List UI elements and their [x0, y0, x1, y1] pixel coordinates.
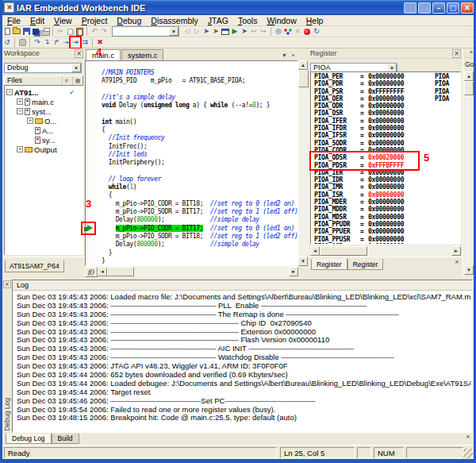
register-row-pioa_ppuer[interactable]: PIOA_PPUER=0x00000000: [314, 228, 460, 235]
menu-file[interactable]: File: [2, 16, 25, 25]
register-row-pioa_ier[interactable]: PIOA_IER=0x00000000: [314, 169, 460, 176]
register-row-pioa_per[interactable]: PIOA_PER=0x00000000PIOA: [314, 73, 460, 80]
register-tab-1[interactable]: Register: [311, 259, 347, 270]
scroll-down-icon[interactable]: ▼: [464, 265, 474, 275]
function-list-button[interactable]: f(): [85, 267, 98, 277]
register-row-pioa_ifdr[interactable]: PIOA_IFDR=0x00000000: [314, 125, 460, 132]
next-bookmark-button[interactable]: ➤: [211, 26, 221, 37]
step-out-button[interactable]: ↱: [52, 37, 61, 48]
break-all-button[interactable]: ×: [293, 26, 302, 37]
close-icon[interactable]: ×: [289, 52, 298, 60]
tab-system-c[interactable]: system.c: [121, 49, 163, 60]
make-button[interactable]: ▶: [230, 26, 240, 37]
scroll-up-icon[interactable]: ▲: [298, 60, 308, 70]
scrollbar-track[interactable]: [464, 95, 474, 265]
restart-debugger-button[interactable]: ↻: [312, 26, 321, 37]
files-header[interactable]: Files ≢ ▦: [4, 75, 83, 86]
chevron-down-icon[interactable]: ▼: [71, 64, 81, 72]
toggle-breakpoint-button[interactable]: [302, 26, 312, 37]
tree-item-output[interactable]: +Output: [5, 145, 83, 154]
tree-item-o[interactable]: +O...: [5, 116, 83, 125]
register-row-pioa_asr[interactable]: PIOA_ASR=0x00000000: [314, 243, 460, 245]
collapse-icon[interactable]: −: [17, 108, 23, 114]
editor-horizontal-scrollbar[interactable]: f() ◄ ►: [85, 266, 298, 277]
configuration-combo[interactable]: Debug ▼: [4, 63, 82, 73]
close-icon[interactable]: ×: [470, 49, 473, 55]
undo-button[interactable]: ↶: [90, 26, 99, 37]
find-in-files-button[interactable]: ◎: [274, 26, 283, 37]
close-icon[interactable]: ×: [453, 259, 461, 267]
menu-debug[interactable]: Debug: [112, 16, 146, 25]
extra-window-button-2[interactable]: [418, 2, 431, 14]
find-previous-button[interactable]: ◁: [182, 26, 192, 37]
register-row-pioa_pdsr[interactable]: PIOA_PDSR=0xFFFBFFFF: [314, 162, 460, 169]
register-close-icon[interactable]: ×: [452, 49, 461, 58]
menu-tools[interactable]: Tools: [233, 16, 263, 25]
chevron-down-icon[interactable]: ▼: [387, 64, 397, 72]
editor-vertical-scrollbar[interactable]: ▲ ▼: [298, 60, 309, 266]
close-icon[interactable]: ×: [464, 434, 472, 442]
title-bar[interactable]: ✕ IAR Embedded Workbench IDE – □ ×: [0, 0, 476, 15]
tab-main-c[interactable]: main.c: [86, 49, 121, 60]
register-row-pioa_oer[interactable]: PIOA_OER=0x00000000PIOA: [314, 95, 460, 102]
paste-button[interactable]: [75, 26, 84, 37]
workspace-close-icon[interactable]: ×: [75, 49, 83, 58]
compile-button[interactable]: ➤: [240, 26, 249, 37]
minimize-button[interactable]: –: [432, 2, 445, 14]
register-row-pioa_sodr[interactable]: PIOA_SODR=0x00000000: [314, 140, 460, 147]
save-button[interactable]: [21, 26, 31, 37]
register-row-pioa_pdr[interactable]: PIOA_PDR=0x00000000PIOA: [314, 80, 460, 87]
menu-window[interactable]: Window: [262, 16, 301, 25]
register-row-pioa_imr[interactable]: PIOA_IMR=0x00000000: [314, 183, 460, 191]
reset-button[interactable]: ↺: [2, 37, 12, 48]
register-row-pioa_ifer[interactable]: PIOA_IFER=0x00000000: [314, 118, 460, 125]
find-combo[interactable]: ▼: [112, 26, 179, 37]
tab-debug-log[interactable]: Debug Log: [6, 434, 52, 444]
print-button[interactable]: [40, 26, 50, 37]
next-statement-button[interactable]: ⇢: [61, 37, 71, 48]
new-window-button[interactable]: [221, 26, 230, 37]
scrollbar-track[interactable]: [298, 87, 309, 257]
save-all-button[interactable]: [31, 26, 40, 37]
register-row-pioa_mddr[interactable]: PIOA_MDDR=0x00000000: [314, 206, 460, 213]
register-row-pioa_mder[interactable]: PIOA_MDER=0x00000000: [314, 199, 460, 206]
register-tab-2[interactable]: Register: [347, 259, 384, 270]
stop-debugger-button[interactable]: ✖: [95, 37, 105, 48]
scroll-left-icon[interactable]: ◄: [310, 246, 320, 256]
register-row-pioa_odsr[interactable]: PIOA_ODSR=0x00020000: [314, 154, 460, 161]
tree-item-syst[interactable]: −syst...: [5, 106, 83, 116]
navigate-forward-button[interactable]: ↪: [259, 26, 268, 37]
run-to-cursor-button[interactable]: ⇥: [71, 37, 80, 48]
tree-item-sy[interactable]: sy...: [5, 135, 83, 145]
extra-window-button[interactable]: [404, 2, 416, 14]
register-row-pioa_isr[interactable]: PIOA_ISR=0x00060000: [314, 191, 460, 199]
code-editor[interactable]: //MAIN POINTERSAT91PS_PIO m_pPio = AT91C…: [85, 60, 298, 266]
scrollbar-thumb[interactable]: [298, 70, 309, 87]
register-row-pioa_psr[interactable]: PIOA_PSR=0xFFFFFFFFPIOA: [314, 88, 460, 95]
scrollbar-thumb[interactable]: [107, 267, 134, 276]
debug-button[interactable]: [283, 26, 293, 37]
register-row-pioa_codr[interactable]: PIOA_CODR=0x00000000: [314, 147, 460, 154]
tree-item-at91[interactable]: −AT91...✓: [5, 87, 83, 97]
redo-button[interactable]: ↷: [99, 26, 109, 37]
scroll-up-icon[interactable]: ▲: [464, 71, 474, 81]
menu-view[interactable]: View: [49, 16, 77, 25]
menu-help[interactable]: Help: [301, 16, 328, 25]
scrollbar-thumb[interactable]: [464, 81, 474, 95]
copy-button[interactable]: [65, 26, 75, 37]
register-horizontal-scrollbar[interactable]: ◄ ►: [310, 245, 461, 256]
menu-edit[interactable]: Edit: [25, 16, 49, 25]
tab-build[interactable]: Build: [52, 434, 79, 444]
menu-jtag[interactable]: JTAG: [203, 16, 233, 25]
find-next-button[interactable]: ▷: [192, 26, 202, 37]
register-row-pioa_ppusr[interactable]: PIOA_PPUSR=0x00000000: [314, 236, 460, 243]
register-row-pioa_osr[interactable]: PIOA_OSR=0x00060000: [314, 110, 460, 117]
register-row-pioa_ifsr[interactable]: PIOA_IFSR=0x00000000: [314, 132, 460, 139]
collapse-icon[interactable]: −: [6, 89, 13, 95]
chevron-down-icon[interactable]: ▼: [169, 27, 178, 36]
log-close-icon[interactable]: ×: [3, 280, 11, 288]
step-over-button[interactable]: ↷: [33, 37, 42, 48]
log-messages[interactable]: Sun Dec 03 19:45:43 2006: Loaded macro f…: [13, 291, 471, 431]
resize-grip[interactable]: [463, 449, 473, 458]
cut-button[interactable]: ✂: [56, 26, 65, 37]
